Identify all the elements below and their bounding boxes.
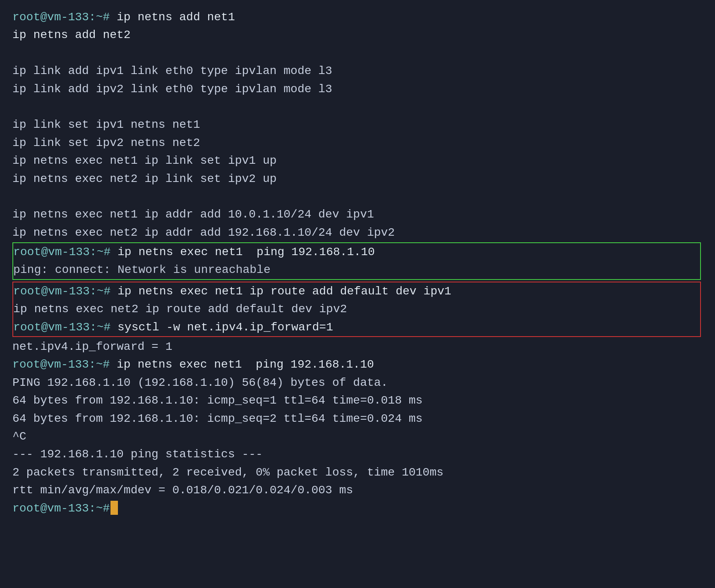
red-line-1: root@vm-133:~# ip netns exec net1 ip rou… xyxy=(13,282,700,300)
red-cmd-1: ip netns exec net1 ip route add default … xyxy=(110,285,451,298)
red-box: root@vm-133:~# ip netns exec net1 ip rou… xyxy=(12,282,701,337)
prompt-1: root@vm-133:~# xyxy=(12,11,110,24)
line-13: PING 192.168.1.10 (192.168.1.10) 56(84) … xyxy=(12,374,703,392)
out-11: net.ipv4.ip_forward = 1 xyxy=(12,340,172,353)
out-6: ip link set ipv2 netns net2 xyxy=(12,136,200,149)
line-19: rtt min/avg/max/mdev = 0.018/0.021/0.024… xyxy=(12,481,703,499)
line-4: ip link add ipv2 link eth0 type ipvlan m… xyxy=(12,80,703,98)
blank-1 xyxy=(12,44,703,62)
line-9: ip netns exec net1 ip addr add 10.0.1.10… xyxy=(12,206,703,223)
red-prompt-2: root@vm-133:~# xyxy=(13,321,110,334)
red-line-3: root@vm-133:~# sysctl -w net.ipv4.ip_for… xyxy=(13,318,700,336)
line-16: ^C xyxy=(12,428,703,445)
green-cmd-1: ip netns exec net1 ping 192.168.1.10 xyxy=(110,246,375,258)
line-1: root@vm-133:~# ip netns add net1 xyxy=(12,8,703,26)
out-4: ip link add ipv2 link eth0 type ipvlan m… xyxy=(12,83,332,96)
red-line-2: ip netns exec net2 ip route add default … xyxy=(13,300,700,318)
red-cmd-2: sysctl -w net.ipv4.ip_forward=1 xyxy=(110,321,333,334)
red-prompt-1: root@vm-133:~# xyxy=(13,285,110,298)
line-11: net.ipv4.ip_forward = 1 xyxy=(12,338,703,356)
out-19: rtt min/avg/max/mdev = 0.018/0.021/0.024… xyxy=(12,484,353,497)
line-8: ip netns exec net2 ip link set ipv2 up xyxy=(12,170,703,188)
line-12: root@vm-133:~# ip netns exec net1 ping 1… xyxy=(12,356,703,373)
green-out-1: ping: connect: Network is unreachable xyxy=(13,263,271,276)
terminal: root@vm-133:~# ip netns add net1 ip netn… xyxy=(12,8,703,517)
out-15: 64 bytes from 192.168.1.10: icmp_seq=2 t… xyxy=(12,412,422,425)
out-18: 2 packets transmitted, 2 received, 0% pa… xyxy=(12,466,444,479)
line-7: ip netns exec net1 ip link set ipv1 up xyxy=(12,152,703,170)
red-out-1: ip netns exec net2 ip route add default … xyxy=(13,303,347,316)
out-3: ip link add ipv1 link eth0 type ipvlan m… xyxy=(12,65,332,77)
line-17: --- 192.168.1.10 ping statistics --- xyxy=(12,445,703,463)
out-5: ip link set ipv1 netns net1 xyxy=(12,118,200,131)
out-17: --- 192.168.1.10 ping statistics --- xyxy=(12,448,263,461)
blank-2 xyxy=(12,98,703,116)
cursor xyxy=(110,501,118,515)
line-5: ip link set ipv1 netns net1 xyxy=(12,116,703,134)
line-2: ip netns add net2 xyxy=(12,26,703,44)
cmd-12: ip netns exec net1 ping 192.168.1.10 xyxy=(110,358,374,371)
line-18: 2 packets transmitted, 2 received, 0% pa… xyxy=(12,464,703,481)
prompt-12: root@vm-133:~# xyxy=(12,358,110,371)
green-box: root@vm-133:~# ip netns exec net1 ping 1… xyxy=(12,242,701,280)
last-prompt: root@vm-133:~# xyxy=(12,502,110,515)
line-10: ip netns exec net2 ip addr add 192.168.1… xyxy=(12,224,703,241)
out-9: ip netns exec net1 ip addr add 10.0.1.10… xyxy=(12,208,374,221)
cmd-1: ip netns add net1 xyxy=(110,11,235,24)
green-prompt-1: root@vm-133:~# xyxy=(13,246,110,258)
last-line: root@vm-133:~# xyxy=(12,500,703,517)
out-10: ip netns exec net2 ip addr add 192.168.1… xyxy=(12,226,395,239)
out-13: PING 192.168.1.10 (192.168.1.10) 56(84) … xyxy=(12,376,388,389)
line-6: ip link set ipv2 netns net2 xyxy=(12,134,703,152)
out-8: ip netns exec net2 ip link set ipv2 up xyxy=(12,172,277,185)
line-15: 64 bytes from 192.168.1.10: icmp_seq=2 t… xyxy=(12,410,703,428)
line-3: ip link add ipv1 link eth0 type ipvlan m… xyxy=(12,62,703,80)
green-line-2: ping: connect: Network is unreachable xyxy=(13,261,700,279)
green-line-1: root@vm-133:~# ip netns exec net1 ping 1… xyxy=(13,243,700,261)
cmd-2: ip netns add net2 xyxy=(12,29,131,41)
out-14: 64 bytes from 192.168.1.10: icmp_seq=1 t… xyxy=(12,394,422,407)
blank-3 xyxy=(12,188,703,206)
out-7: ip netns exec net1 ip link set ipv1 up xyxy=(12,154,277,167)
line-14: 64 bytes from 192.168.1.10: icmp_seq=1 t… xyxy=(12,392,703,409)
out-16: ^C xyxy=(12,430,26,443)
